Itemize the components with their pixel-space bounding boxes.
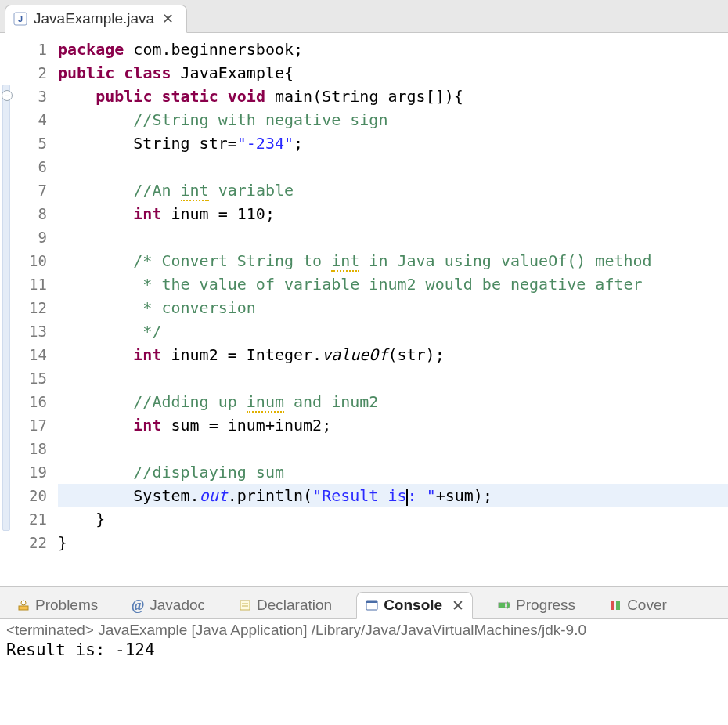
code-token: sum = inum+inum2;	[161, 416, 331, 435]
code-line[interactable]: * the value of variable inum2 would be n…	[58, 272, 728, 296]
code-token: ;	[294, 134, 303, 153]
code-line[interactable]: //displaying sum	[58, 460, 728, 484]
code-token	[58, 110, 133, 129]
code-line[interactable]: * conversion	[58, 296, 728, 319]
code-token: * the value of variable inum2 would be n…	[133, 275, 651, 294]
javadoc-icon: @	[131, 598, 145, 612]
view-tab-label: Javadoc	[150, 597, 205, 614]
code-token: int	[133, 204, 161, 223]
console-output-line: Result is: -124	[6, 640, 722, 659]
code-token	[58, 345, 133, 364]
view-tab-progress[interactable]: Progress	[488, 592, 584, 619]
svg-rect-2	[19, 606, 28, 610]
code-token: : "	[408, 486, 436, 505]
code-line[interactable]: }	[58, 507, 728, 531]
code-token: //displaying sum	[133, 463, 284, 482]
code-line[interactable]: }	[58, 531, 728, 554]
folding-band	[2, 85, 10, 531]
code-area[interactable]: − 12345678910111213141516171819202122 pa…	[0, 33, 728, 586]
folding-ruler[interactable]: −	[0, 33, 16, 586]
code-token: int	[133, 416, 161, 435]
editor-tab-javaexample[interactable]: J JavaExample.java ✕	[5, 5, 187, 33]
code-token: //An	[133, 181, 180, 200]
code-token: public	[58, 63, 114, 82]
code-line[interactable]	[58, 155, 728, 179]
line-number: 1	[19, 38, 47, 61]
fold-toggle-icon[interactable]: −	[2, 90, 13, 101]
code-line[interactable]: public static void main(String args[]){	[58, 85, 728, 108]
code-line[interactable]: //Adding up inum and inum2	[58, 390, 728, 413]
code-token	[58, 416, 133, 435]
line-number: 19	[19, 460, 47, 484]
code-line[interactable]: //String with negative sign	[58, 108, 728, 132]
svg-text:J: J	[18, 14, 23, 23]
code-token: //Adding up	[133, 392, 247, 411]
code-token: void	[228, 87, 265, 106]
code-line[interactable]: */	[58, 319, 728, 343]
close-view-icon[interactable]: ✕	[447, 597, 464, 615]
code-line[interactable]: /* Convert String to int in Java using v…	[58, 249, 728, 272]
code-token: }	[58, 510, 105, 528]
svg-rect-4	[240, 601, 250, 610]
code-line[interactable]: String str="-234";	[58, 132, 728, 155]
code-token	[58, 181, 133, 200]
line-number: 21	[19, 507, 47, 531]
code-token	[58, 392, 133, 411]
code-line[interactable]: public class JavaExample{	[58, 61, 728, 85]
code-token: out	[200, 486, 228, 505]
line-number: 20	[19, 484, 47, 507]
line-number: 5	[19, 132, 47, 155]
code-text[interactable]: package com.beginnersbook;public class J…	[53, 33, 728, 586]
line-number: 6	[19, 155, 47, 179]
close-tab-icon[interactable]: ✕	[160, 13, 175, 25]
code-token	[58, 298, 133, 317]
code-token: inum = 110;	[161, 204, 275, 223]
bottom-views: Problems@JavadocDeclarationConsole ✕Prog…	[0, 587, 728, 725]
code-token: main(String args[]){	[265, 87, 463, 106]
code-line[interactable]	[58, 366, 728, 390]
view-tab-problems[interactable]: Problems	[8, 592, 106, 619]
code-token	[218, 87, 228, 106]
view-tab-console[interactable]: Console ✕	[356, 592, 473, 619]
code-token: int	[331, 251, 359, 272]
console-body[interactable]: <terminated> JavaExample [Java Applicati…	[0, 619, 728, 725]
code-token	[58, 251, 133, 270]
code-token: class	[124, 63, 171, 82]
progress-icon	[497, 598, 511, 612]
line-number-gutter: 12345678910111213141516171819202122	[16, 33, 53, 586]
code-line[interactable]: package com.beginnersbook;	[58, 38, 728, 61]
code-token: System.	[58, 486, 200, 505]
line-number: 9	[19, 225, 47, 249]
code-token: "Result is	[312, 486, 406, 505]
code-token: JavaExample{	[171, 63, 294, 82]
coverage-icon	[608, 598, 622, 612]
code-line[interactable]: System.out.println("Result is: "+sum);	[58, 484, 728, 507]
code-token: .println(	[228, 486, 312, 505]
code-token: }	[58, 533, 67, 552]
code-token: int	[181, 181, 209, 201]
line-number: 7	[19, 179, 47, 202]
view-tab-javadoc[interactable]: @Javadoc	[122, 592, 214, 619]
view-tab-label: Console	[384, 597, 442, 614]
code-line[interactable]: //An int variable	[58, 179, 728, 202]
line-number: 13	[19, 319, 47, 343]
view-tab-declaration[interactable]: Declaration	[229, 592, 341, 619]
line-number: 10	[19, 249, 47, 272]
code-token	[114, 63, 124, 82]
code-token: //String with negative sign	[133, 110, 387, 129]
svg-rect-8	[366, 601, 377, 603]
line-number: 8	[19, 202, 47, 225]
view-tabbar: Problems@JavadocDeclarationConsole ✕Prog…	[0, 587, 728, 619]
code-token: package	[58, 40, 124, 59]
line-number: 11	[19, 272, 47, 296]
code-token: */	[133, 322, 161, 341]
code-line[interactable]	[58, 225, 728, 249]
code-token: "-234"	[237, 134, 294, 153]
code-line[interactable]: int sum = inum+inum2;	[58, 413, 728, 437]
view-tab-coverage[interactable]: Cover	[600, 592, 676, 619]
code-line[interactable]: int inum = 110;	[58, 202, 728, 225]
line-number: 12	[19, 296, 47, 319]
code-token: com.beginnersbook;	[124, 40, 303, 59]
code-line[interactable]	[58, 437, 728, 460]
code-line[interactable]: int inum2 = Integer.valueOf(str);	[58, 343, 728, 366]
